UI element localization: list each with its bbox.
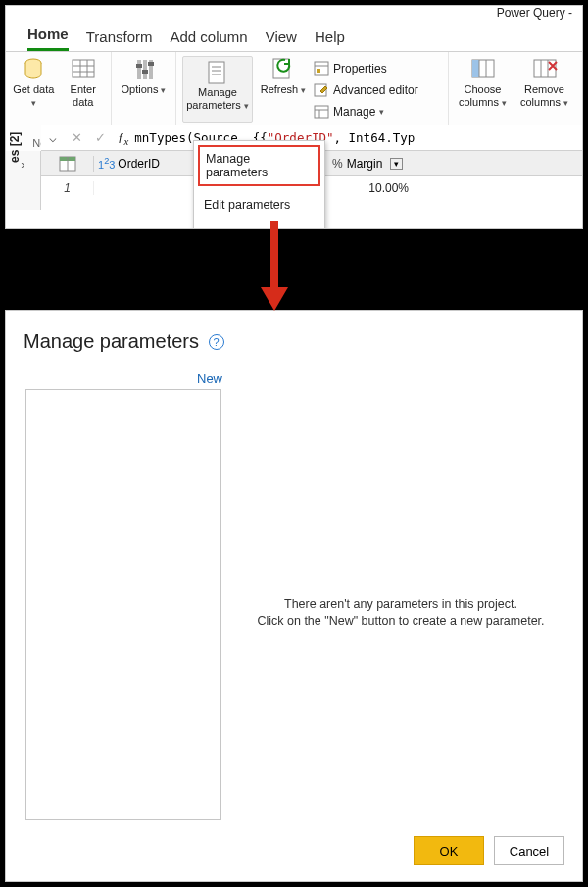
remove-columns-icon [531,56,559,83]
power-query-window: Power Query - Home Transform Add column … [5,5,583,229]
column-header-margin[interactable]: % Margin ▾ [328,157,416,171]
remove-columns-button[interactable]: Remove columns ▾ [516,56,572,110]
svg-rect-1 [73,60,94,77]
dialog-title: Manage parameters ? [6,311,582,353]
options-button[interactable]: Options ▾ [122,56,167,97]
refresh-button[interactable]: Refresh ▾ [259,56,308,123]
tab-add-column[interactable]: Add column [170,28,247,51]
get-data-button[interactable]: Get data ▾ [12,56,56,110]
svg-rect-19 [317,69,320,73]
table-header-icon[interactable] [59,156,76,172]
table-icon [70,56,97,83]
ribbon-tabs: Home Transform Add column View Help [6,24,582,51]
choose-columns-button[interactable]: Choose columns ▾ [455,56,511,110]
svg-rect-16 [273,59,289,78]
fx-icon[interactable]: ƒx [112,129,134,147]
menu-item-edit-parameters[interactable]: Edit parameters [194,190,324,220]
chevron-down-icon[interactable]: ▾ [390,158,403,170]
manage-parameters-menu: Manage parameters Edit parameters New pa… [193,140,325,229]
callout-arrow [255,221,294,314]
new-parameter-link[interactable]: New [197,371,222,386]
help-icon[interactable]: ? [209,334,224,350]
svg-rect-21 [315,106,328,118]
svg-rect-9 [136,64,142,68]
cancel-button[interactable]: Cancel [494,836,564,865]
empty-state-message: There aren't any parameters in this proj… [239,595,563,630]
refresh-icon [270,56,297,83]
tab-view[interactable]: View [266,28,297,51]
column-header-orderid[interactable]: 123 OrderID [94,156,196,171]
advanced-editor-button[interactable]: Advanced editor [314,79,433,101]
svg-marker-35 [261,287,288,311]
formula-accept-icon[interactable]: ✓ [88,130,112,145]
editor-icon [314,82,329,98]
tab-transform[interactable]: Transform [86,28,153,51]
row-index: 1 [41,181,94,195]
svg-rect-28 [534,60,556,77]
svg-rect-25 [472,60,479,77]
parameters-listbox[interactable] [25,389,221,820]
formula-dropdown-icon[interactable]: ⌵ [41,130,65,145]
menu-item-manage-parameters[interactable]: Manage parameters [198,145,320,186]
parameters-icon [204,59,231,86]
database-icon [20,56,47,83]
tab-home[interactable]: Home [27,25,69,51]
manage-parameters-dialog: Manage parameters ? New There aren't any… [5,310,583,882]
svg-rect-10 [142,70,148,74]
tab-help[interactable]: Help [315,28,345,51]
manage-button[interactable]: Manage ▾ [314,101,433,123]
properties-button[interactable]: Properties [314,58,433,79]
formula-cancel-icon[interactable]: ✕ [65,130,88,145]
cell-margin: 10.00% [328,181,413,195]
manage-icon [314,104,329,120]
options-icon [130,56,158,83]
svg-rect-12 [209,62,224,83]
svg-rect-6 [137,60,141,79]
choose-columns-icon [469,56,497,83]
enter-data-button[interactable]: Enter data [62,56,106,110]
manage-parameters-button[interactable]: Manage parameters ▾ [182,56,253,123]
svg-rect-11 [148,62,154,66]
ok-button[interactable]: OK [414,836,484,865]
queries-label: es [2] [8,132,22,163]
properties-icon [314,61,329,76]
window-title: Power Query - [6,6,582,24]
